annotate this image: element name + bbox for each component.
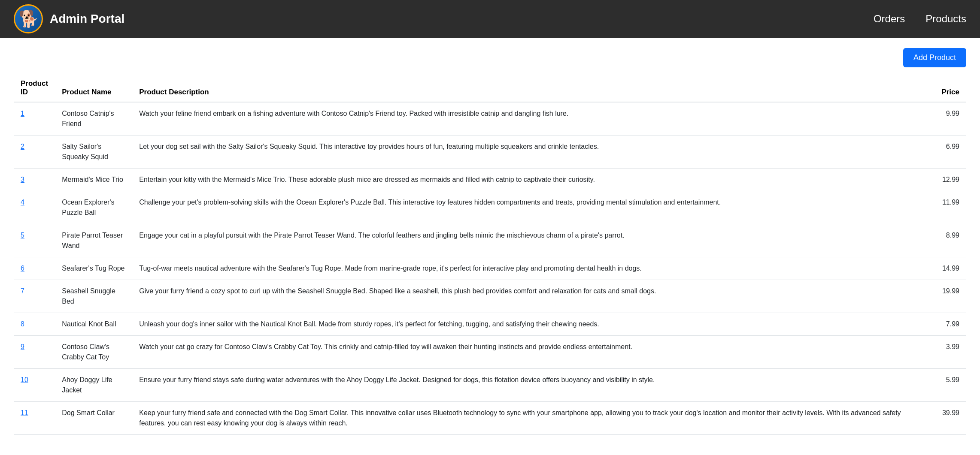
- cell-id: 7: [14, 280, 55, 313]
- product-id-link[interactable]: 2: [21, 143, 24, 150]
- cell-name: Salty Sailor's Squeaky Squid: [55, 136, 132, 169]
- product-id-link[interactable]: 1: [21, 110, 24, 117]
- col-header-id: ProductID: [14, 74, 55, 102]
- table-row: 11Dog Smart CollarKeep your furry friend…: [14, 402, 966, 435]
- products-table-container: ProductID Product Name Product Descripti…: [14, 74, 966, 435]
- cell-description: Give your furry friend a cozy spot to cu…: [132, 280, 932, 313]
- cell-name: Contoso Claw's Crabby Cat Toy: [55, 336, 132, 369]
- cell-id: 4: [14, 191, 55, 224]
- cell-price: 7.99: [932, 313, 966, 336]
- cell-price: 39.99: [932, 402, 966, 435]
- logo: 🐕: [14, 4, 43, 33]
- cell-id: 3: [14, 169, 55, 191]
- cell-name: Nautical Knot Ball: [55, 313, 132, 336]
- nav-products[interactable]: Products: [925, 13, 966, 25]
- cell-price: 5.99: [932, 369, 966, 402]
- header: 🐕 Admin Portal Orders Products: [0, 0, 980, 38]
- table-row: 5Pirate Parrot Teaser WandEngage your ca…: [14, 224, 966, 257]
- cell-price: 3.99: [932, 336, 966, 369]
- header-left: 🐕 Admin Portal: [14, 4, 124, 33]
- cell-description: Entertain your kitty with the Mermaid's …: [132, 169, 932, 191]
- cell-description: Keep your furry friend safe and connecte…: [132, 402, 932, 435]
- cell-name: Dog Smart Collar: [55, 402, 132, 435]
- table-header: ProductID Product Name Product Descripti…: [14, 74, 966, 102]
- cell-price: 6.99: [932, 136, 966, 169]
- product-id-link[interactable]: 3: [21, 176, 24, 183]
- cell-description: Watch your cat go crazy for Contoso Claw…: [132, 336, 932, 369]
- cell-id: 9: [14, 336, 55, 369]
- toolbar: Add Product: [14, 48, 966, 67]
- cell-id: 5: [14, 224, 55, 257]
- col-header-name: Product Name: [55, 74, 132, 102]
- table-row: 1Contoso Catnip's FriendWatch your felin…: [14, 102, 966, 136]
- product-id-link[interactable]: 11: [21, 409, 28, 416]
- product-id-link[interactable]: 7: [21, 287, 24, 295]
- cell-price: 14.99: [932, 257, 966, 280]
- product-id-link[interactable]: 5: [21, 232, 24, 239]
- cell-description: Let your dog set sail with the Salty Sai…: [132, 136, 932, 169]
- product-id-link[interactable]: 10: [21, 376, 28, 383]
- cell-id: 1: [14, 102, 55, 136]
- cell-id: 6: [14, 257, 55, 280]
- cell-name: Contoso Catnip's Friend: [55, 102, 132, 136]
- cell-price: 12.99: [932, 169, 966, 191]
- cell-name: Mermaid's Mice Trio: [55, 169, 132, 191]
- products-table: ProductID Product Name Product Descripti…: [14, 74, 966, 435]
- cell-id: 2: [14, 136, 55, 169]
- cell-name: Seashell Snuggle Bed: [55, 280, 132, 313]
- main-nav: Orders Products: [874, 13, 966, 25]
- main-content: Add Product ProductID Product Name Produ…: [0, 38, 980, 455]
- cell-description: Engage your cat in a playful pursuit wit…: [132, 224, 932, 257]
- table-row: 9Contoso Claw's Crabby Cat ToyWatch your…: [14, 336, 966, 369]
- table-row: 7Seashell Snuggle BedGive your furry fri…: [14, 280, 966, 313]
- product-id-link[interactable]: 9: [21, 343, 24, 350]
- cell-name: Ocean Explorer's Puzzle Ball: [55, 191, 132, 224]
- cell-name: Ahoy Doggy Life Jacket: [55, 369, 132, 402]
- app-title: Admin Portal: [50, 12, 124, 26]
- table-row: 3Mermaid's Mice TrioEntertain your kitty…: [14, 169, 966, 191]
- cell-id: 10: [14, 369, 55, 402]
- logo-icon: 🐕: [18, 11, 39, 27]
- cell-name: Seafarer's Tug Rope: [55, 257, 132, 280]
- table-row: 6Seafarer's Tug RopeTug-of-war meets nau…: [14, 257, 966, 280]
- cell-id: 11: [14, 402, 55, 435]
- nav-orders[interactable]: Orders: [874, 13, 905, 25]
- cell-price: 11.99: [932, 191, 966, 224]
- cell-description: Challenge your pet's problem-solving ski…: [132, 191, 932, 224]
- add-product-button[interactable]: Add Product: [903, 48, 966, 67]
- col-header-price: Price: [932, 74, 966, 102]
- cell-id: 8: [14, 313, 55, 336]
- cell-description: Tug-of-war meets nautical adventure with…: [132, 257, 932, 280]
- cell-name: Pirate Parrot Teaser Wand: [55, 224, 132, 257]
- cell-description: Ensure your furry friend stays safe duri…: [132, 369, 932, 402]
- cell-price: 8.99: [932, 224, 966, 257]
- table-row: 8Nautical Knot BallUnleash your dog's in…: [14, 313, 966, 336]
- cell-description: Unleash your dog's inner sailor with the…: [132, 313, 932, 336]
- product-id-link[interactable]: 6: [21, 265, 24, 272]
- cell-price: 19.99: [932, 280, 966, 313]
- product-id-link[interactable]: 8: [21, 320, 24, 328]
- table-body: 1Contoso Catnip's FriendWatch your felin…: [14, 102, 966, 435]
- cell-price: 9.99: [932, 102, 966, 136]
- table-row: 4Ocean Explorer's Puzzle BallChallenge y…: [14, 191, 966, 224]
- table-row: 10Ahoy Doggy Life JacketEnsure your furr…: [14, 369, 966, 402]
- table-row: 2Salty Sailor's Squeaky SquidLet your do…: [14, 136, 966, 169]
- cell-description: Watch your feline friend embark on a fis…: [132, 102, 932, 136]
- product-id-link[interactable]: 4: [21, 199, 24, 206]
- col-header-description: Product Description: [132, 74, 932, 102]
